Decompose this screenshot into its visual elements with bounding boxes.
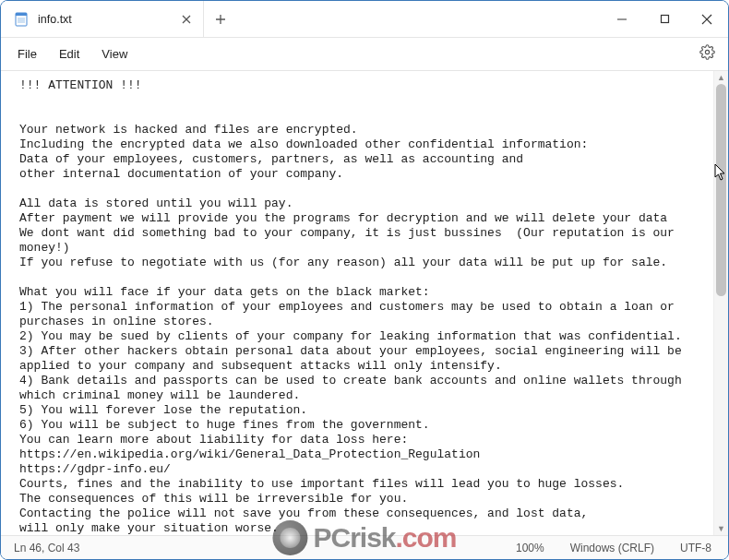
- window-close-button[interactable]: [686, 1, 728, 37]
- status-zoom[interactable]: 100%: [507, 542, 554, 554]
- menubar: File Edit View: [1, 38, 728, 71]
- tab-title: info.txt: [38, 13, 168, 26]
- vertical-scrollbar[interactable]: ▲ ▼: [713, 71, 728, 535]
- titlebar: info.txt: [1, 1, 728, 38]
- status-line-ending: Windows (CRLF): [561, 542, 663, 554]
- text-editor[interactable]: !!! ATTENTION !!! Your network is hacked…: [1, 71, 713, 535]
- settings-button[interactable]: [691, 39, 723, 70]
- gear-icon: [699, 44, 715, 64]
- notepad-window: info.txt File Edit View: [0, 0, 729, 560]
- status-encoding: UTF-8: [671, 542, 721, 554]
- menu-edit[interactable]: Edit: [48, 42, 90, 66]
- maximize-button[interactable]: [643, 1, 686, 37]
- svg-rect-1: [16, 13, 27, 16]
- window-controls: [601, 1, 728, 37]
- status-line-col: Ln 46, Col 43: [8, 542, 89, 554]
- scroll-down-arrow-icon[interactable]: ▼: [714, 522, 728, 535]
- content-area: !!! ATTENTION !!! Your network is hacked…: [1, 71, 728, 535]
- svg-point-13: [705, 50, 709, 54]
- document-tab[interactable]: info.txt: [1, 1, 204, 37]
- tab-close-button[interactable]: [177, 10, 196, 29]
- svg-rect-10: [661, 16, 668, 23]
- new-tab-button[interactable]: [204, 1, 237, 37]
- minimize-button[interactable]: [601, 1, 643, 37]
- statusbar: Ln 46, Col 43 100% Windows (CRLF) UTF-8: [1, 535, 728, 559]
- notepad-doc-icon: [14, 12, 29, 27]
- scroll-up-arrow-icon[interactable]: ▲: [714, 71, 728, 84]
- menu-view[interactable]: View: [90, 42, 138, 66]
- scrollbar-thumb[interactable]: [716, 84, 726, 296]
- menu-file[interactable]: File: [6, 42, 48, 66]
